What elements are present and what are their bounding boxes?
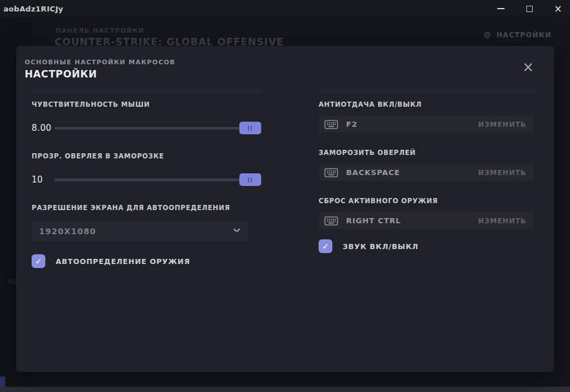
chevron-down-icon [233, 228, 239, 234]
keyboard-icon [324, 168, 338, 177]
maximize-button[interactable] [523, 2, 536, 15]
corner-accent [0, 377, 5, 387]
title-bar: aobAdz1RICJy × [0, 0, 570, 17]
app-window: aobAdz1RICJy × 02 ПАНЕЛЬ НАСТРОЙКИ COUNT… [0, 0, 570, 392]
sound-checkbox-row[interactable]: ✓ ЗВУК ВКЛ/ВЫКЛ [319, 239, 534, 253]
overlay-opacity-slider-handle[interactable] [239, 173, 261, 186]
window-controls: × [494, 0, 564, 17]
hotkey-label: АНТИОТДАЧА ВКЛ/ВЫКЛ [319, 100, 534, 108]
left-column: ЧУВСТВИТЕЛЬНОСТЬ МЫШИ 8.00 ПРОЗР. ОВЕРЛЕ… [32, 100, 261, 268]
resolution-selected-value: 1920X1080 [39, 227, 233, 236]
minimize-icon [497, 8, 505, 9]
hotkey-key-value: BACKSPACE [346, 168, 478, 177]
hotkey-label: ЗАМОРОЗИТЬ ОВЕРЛЕЙ [319, 149, 534, 157]
change-hotkey-button[interactable]: ИЗМЕНИТЬ [478, 217, 526, 225]
close-icon: × [522, 60, 534, 74]
sound-label: ЗВУК ВКЛ/ВЫКЛ [343, 242, 418, 251]
right-column: АНТИОТДАЧА ВКЛ/ВЫКЛ F2 ИЗМЕНИТЬ ЗАМОРОЗИ… [319, 100, 534, 253]
change-hotkey-button[interactable]: ИЗМЕНИТЬ [478, 169, 526, 177]
bottom-bar [0, 387, 570, 392]
close-icon: × [554, 4, 562, 14]
minimize-button[interactable] [494, 2, 507, 15]
auto-detect-label: АВТООПРЕДЕЛЕНИЕ ОРУЖИЯ [56, 257, 190, 266]
hotkey-row: F2 ИЗМЕНИТЬ [319, 116, 534, 133]
sensitivity-value: 8.00 [32, 123, 55, 133]
settings-button[interactable]: ⚙ НАСТРОЙКИ [483, 30, 552, 40]
overlay-opacity-slider-row: 10 [32, 173, 261, 187]
modal-eyebrow: ОСНОВНЫЕ НАСТРОЙКИ МАКРОСОВ [25, 59, 175, 66]
close-window-button[interactable]: × [552, 2, 564, 15]
hotkey-row: BACKSPACE ИЗМЕНИТЬ [319, 164, 534, 181]
auto-detect-checkbox[interactable]: ✓ [32, 254, 45, 268]
keyboard-icon [324, 216, 338, 226]
sensitivity-slider-row: 8.00 [32, 121, 261, 135]
window-title: aobAdz1RICJy [0, 5, 63, 13]
overlay-opacity-value: 10 [32, 174, 55, 185]
right-panel-edge [319, 88, 536, 94]
gear-icon: ⚙ [483, 30, 492, 40]
checkmark-icon: ✓ [35, 257, 42, 266]
left-panel-edge [32, 88, 261, 94]
resolution-dropdown[interactable]: 1920X1080 [32, 221, 248, 242]
overlay-opacity-slider[interactable] [55, 178, 260, 181]
settings-button-label: НАСТРОЙКИ [497, 31, 552, 39]
modal-close-button[interactable]: × [521, 60, 536, 75]
auto-detect-checkbox-row[interactable]: ✓ АВТООПРЕДЕЛЕНИЕ ОРУЖИЯ [32, 254, 261, 268]
settings-modal: ОСНОВНЫЕ НАСТРОЙКИ МАКРОСОВ НАСТРОЙКИ × … [16, 46, 554, 372]
hotkey-label: СБРОС АКТИВНОГО ОРУЖИЯ [319, 197, 534, 205]
modal-title: НАСТРОЙКИ [25, 68, 97, 80]
sensitivity-slider-handle[interactable] [239, 122, 261, 134]
overlay-opacity-label: ПРОЗР. ОВЕРЛЕЯ В ЗАМОРОЗКЕ [32, 152, 261, 160]
maximize-icon [526, 6, 533, 12]
hotkey-row: RIGHT CTRL ИЗМЕНИТЬ [319, 212, 534, 229]
hotkey-key-value: RIGHT CTRL [346, 216, 478, 225]
keyboard-icon [324, 120, 338, 129]
change-hotkey-button[interactable]: ИЗМЕНИТЬ [478, 121, 526, 129]
sound-checkbox[interactable]: ✓ [319, 239, 332, 253]
background-panel-label: ПАНЕЛЬ НАСТРОЙКИ [56, 27, 145, 34]
checkmark-icon: ✓ [322, 242, 329, 251]
sensitivity-label: ЧУВСТВИТЕЛЬНОСТЬ МЫШИ [32, 100, 261, 108]
resolution-label: РАЗРЕШЕНИЕ ЭКРАНА ДЛЯ АВТООПРЕДЕЛЕНИЯ [32, 204, 261, 212]
hotkey-key-value: F2 [346, 120, 478, 129]
sensitivity-slider[interactable] [55, 127, 260, 130]
